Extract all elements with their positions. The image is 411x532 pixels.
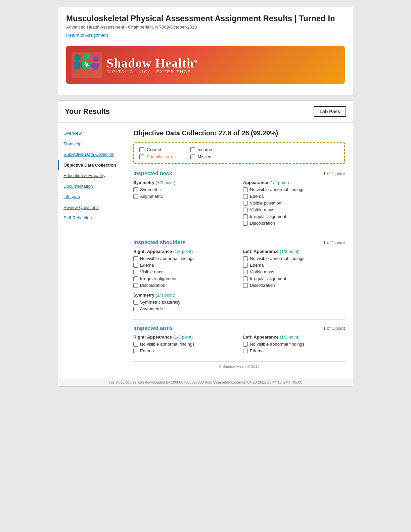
shoulders-left-points: (1/3 point)	[280, 249, 300, 254]
shoulders-left-irregular-option: Irregular alignment	[243, 276, 345, 281]
logo-tagline: DIGITAL CLINICAL EXPERIENCE	[106, 69, 198, 74]
shoulders-asymmetric-label: Asymmetric	[140, 306, 163, 311]
legend-missed-label: Missed	[198, 154, 212, 159]
legend-correct-label: Correct	[147, 147, 161, 152]
objective-data-heading: Objective Data Collection: 27.8 of 28 (9…	[133, 129, 345, 137]
arms-left-no-findings-checkbox	[243, 342, 248, 347]
inspected-shoulders-title: Inspected shoulders	[133, 239, 186, 246]
svg-rect-3	[74, 62, 76, 67]
neck-discoloration-label: Discoloration	[250, 221, 275, 226]
svg-rect-12	[96, 63, 99, 68]
shoulders-left-discoloration-label: Discoloration	[250, 283, 275, 288]
neck-asymmetric-checkbox	[133, 194, 138, 199]
shoulders-right-no-findings-checkbox	[133, 256, 138, 261]
sidebar-item-documentation[interactable]: Documentation	[58, 181, 125, 192]
shoulders-right-visible-mass-checkbox	[133, 270, 138, 274]
legend-partially-correct-label: Partially correct	[147, 154, 177, 159]
neck-visible-pulsation-label: Visible pulsation	[250, 201, 281, 206]
arms-right-edema-checkbox	[133, 349, 138, 353]
shoulders-symmetric-bilaterally-checkbox	[133, 300, 138, 305]
shoulders-left-no-findings-checkbox	[243, 256, 248, 261]
shoulders-left-discoloration-option: Discoloration	[243, 283, 345, 288]
inspected-neck-points: 1 of 1 point	[323, 171, 345, 176]
arms-right-points: (1/3 point)	[173, 335, 193, 340]
page-title: Musculoskeletal Physical Assessment Assi…	[66, 14, 345, 23]
neck-discoloration-option: Discoloration	[243, 221, 345, 226]
neck-symmetry-points: (1/2 point)	[155, 180, 175, 185]
neck-symmetric-checkbox	[133, 187, 138, 192]
inspected-shoulders-points: 1 of 1 point	[323, 240, 345, 245]
results-title: Your Results	[65, 107, 110, 116]
arms-left-edema-checkbox	[243, 349, 248, 353]
shoulders-symmetric-bilaterally-label: Symmetric bilaterally	[140, 300, 180, 305]
neck-irregular-alignment-option: Irregular alignment	[243, 214, 345, 219]
arms-left-appearance-title: Left: Appearance (1/3 point)	[243, 335, 345, 340]
shoulders-left-irregular-label: Irregular alignment	[250, 276, 286, 281]
sidebar-item-review[interactable]: Review Questions	[58, 202, 125, 213]
shoulders-asymmetric-option: Asymmetric	[133, 306, 345, 311]
svg-rect-8	[89, 62, 92, 67]
return-to-assignment-link[interactable]: Return to Assignment	[66, 33, 108, 38]
sidebar-item-objective[interactable]: Objective Data Collection	[58, 160, 125, 171]
shoulders-right-irregular-option: Irregular alignment	[133, 276, 235, 281]
shoulders-right-irregular-label: Irregular alignment	[140, 276, 176, 281]
shoulders-right-discoloration-option: Discoloration	[133, 283, 235, 288]
shoulders-left-no-findings-label: No visible abnormal findings	[250, 256, 305, 261]
page-subtitle: Advanced Health Assessment - Chamberlain…	[66, 25, 345, 30]
neck-visible-mass-label: Visible mass	[250, 207, 274, 212]
legend-box: Correct Partially correct Incorrect	[133, 142, 345, 164]
neck-appearance-points: (1/2 point)	[269, 180, 289, 185]
shoulders-right-discoloration-checkbox	[133, 283, 138, 288]
logo-figures-icon	[72, 52, 102, 78]
inspected-shoulders-section: Inspected shoulders 1 of 1 point Right: …	[133, 239, 345, 311]
arms-right-edema-label: Edema	[140, 348, 154, 353]
arms-left-no-findings-option: No visible abnormal findings	[243, 342, 345, 347]
shoulders-left-appearance-title: Left: Appearance (1/3 point)	[243, 249, 345, 254]
lab-pass-button[interactable]: Lab Pass	[314, 106, 346, 117]
svg-point-1	[74, 54, 81, 61]
inspected-arms-title: Inspected arms	[133, 325, 173, 331]
sidebar-item-education[interactable]: Education & Empathy	[58, 170, 125, 181]
neck-discoloration-checkbox	[243, 221, 248, 226]
shoulders-symmetric-bilaterally-option: Symmetric bilaterally	[133, 300, 345, 305]
neck-visible-mass-option: Visible mass	[243, 207, 345, 212]
inspected-neck-section: Inspected neck 1 of 1 point Symmetry (1/…	[133, 171, 345, 226]
missed-checkbox-icon	[190, 154, 195, 159]
section-divider-1	[133, 234, 345, 234]
svg-point-9	[93, 56, 99, 62]
inspected-arms-section: Inspected arms 1 of 1 point Right: Appea…	[133, 325, 345, 353]
shoulders-left-edema-label: Edema	[250, 263, 264, 268]
sidebar-item-transcript[interactable]: Transcript	[58, 139, 125, 149]
arms-right-appearance-title: Right: Appearance (1/3 point)	[133, 335, 235, 340]
logo-reg-symbol: ®	[194, 58, 198, 64]
arms-right-no-findings-checkbox	[133, 342, 138, 347]
inspected-neck-title: Inspected neck	[133, 171, 172, 177]
arms-right-no-findings-label: No visible abnormal findings	[140, 342, 195, 347]
arms-left-edema-label: Edema	[250, 348, 264, 353]
inspected-arms-points: 1 of 1 point	[323, 326, 345, 331]
shoulders-right-points: (1/3 point)	[173, 249, 193, 254]
shoulders-right-no-findings-label: No visible abnormal findings	[140, 256, 195, 261]
shoulders-right-appearance-title: Right: Appearance (1/3 point)	[133, 249, 235, 254]
sidebar-item-lifespan[interactable]: Lifespan	[58, 191, 125, 202]
shoulders-left-edema-option: Edema	[243, 263, 345, 268]
neck-asymmetric-label: Asymmetric	[140, 194, 163, 199]
shoulders-right-edema-label: Edema	[140, 263, 154, 268]
arms-right-no-findings-option: No visible abnormal findings	[133, 342, 235, 347]
neck-visible-pulsation-option: Visible pulsation	[243, 201, 345, 206]
neck-asymmetric-option: Asymmetric	[133, 194, 235, 199]
neck-edema-checkbox	[243, 194, 248, 199]
section-divider-2	[133, 319, 345, 320]
neck-appearance-title: Appearance (1/2 point)	[243, 180, 345, 185]
shoulders-right-edema-option: Edema	[133, 263, 235, 268]
shoulders-left-visible-mass-option: Visible mass	[243, 269, 345, 274]
sidebar-item-subjective[interactable]: Subjective Data Collection	[58, 149, 125, 160]
partially-correct-checkbox-icon	[139, 154, 144, 159]
shoulders-right-no-findings-option: No visible abnormal findings	[133, 256, 235, 261]
shoulders-right-visible-mass-option: Visible mass	[133, 269, 235, 274]
neck-edema-label: Edema	[250, 194, 264, 199]
neck-symmetry-title: Symmetry (1/2 point)	[133, 180, 235, 185]
sidebar-item-self-reflection[interactable]: Self-Reflection	[58, 213, 125, 223]
sidebar-item-overview[interactable]: Overview	[58, 128, 125, 139]
svg-rect-4	[79, 62, 82, 67]
